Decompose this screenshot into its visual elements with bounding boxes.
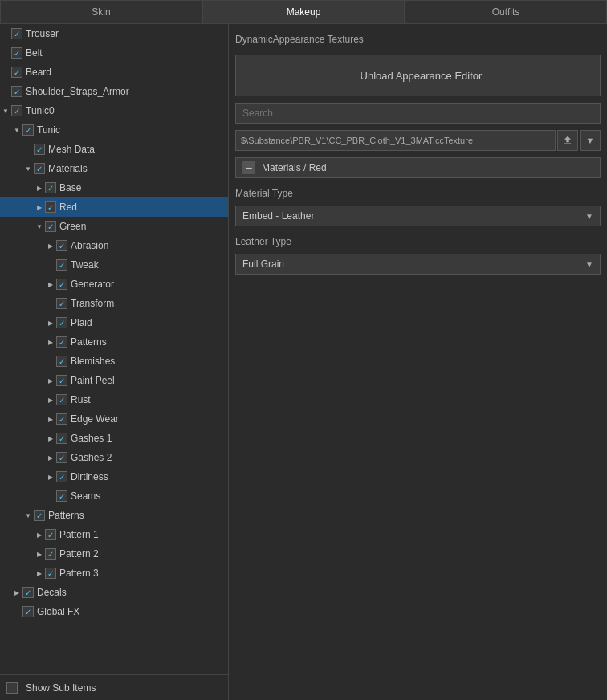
tree-arrow-tunic0[interactable] (0, 105, 11, 116)
tree-item-gashes2[interactable]: Gashes 2 (0, 448, 228, 467)
tree-checkbox-seams[interactable] (56, 490, 67, 502)
tree-arrow-gashes1[interactable] (45, 433, 56, 444)
unload-button[interactable]: Unload Appearance Editor (235, 55, 601, 96)
tree-checkbox-pattern2[interactable] (45, 548, 56, 560)
tree-checkbox-tunic0[interactable] (11, 105, 22, 116)
tree-item-beard[interactable]: Beard (0, 63, 228, 82)
tree-checkbox-green[interactable] (45, 221, 56, 232)
tree-checkbox-transform[interactable] (56, 298, 67, 309)
tree-item-green[interactable]: Green (0, 217, 228, 236)
tree-checkbox-trouser[interactable] (11, 28, 22, 39)
tree-checkbox-materials[interactable] (34, 163, 45, 174)
tab-skin[interactable]: Skin (0, 0, 202, 23)
tree-arrow-pattern2[interactable] (34, 548, 45, 560)
show-sub-items-check[interactable] (6, 682, 18, 694)
tab-outfits[interactable]: Outfits (405, 0, 607, 23)
tree-arrow-decals[interactable] (11, 587, 22, 598)
material-type-dropdown[interactable]: Embed - Leather ▼ (235, 206, 601, 226)
tree-item-paintpeel[interactable]: Paint Peel (0, 371, 228, 390)
tree-checkbox-red[interactable] (45, 201, 56, 213)
tree-arrow-generator[interactable] (45, 279, 56, 290)
tree-checkbox-patterns[interactable] (56, 336, 67, 348)
tree-arrow-materials[interactable] (22, 163, 34, 174)
tree-arrow-rust[interactable] (45, 394, 56, 405)
tree-item-blemishes[interactable]: Blemishes (0, 352, 228, 371)
tree-item-transform[interactable]: Transform (0, 294, 228, 313)
tree-arrow-edgewear[interactable] (45, 413, 56, 425)
tree-checkbox-rust[interactable] (56, 394, 67, 405)
tree-item-pattern2[interactable]: Pattern 2 (0, 544, 228, 564)
tree-arrow-pattern3[interactable] (34, 568, 45, 579)
tree-item-edgewear[interactable]: Edge Wear (0, 409, 228, 429)
tree-item-patterns2[interactable]: Patterns (0, 506, 228, 525)
tree-arrow-patterns2[interactable] (22, 510, 34, 521)
tree-item-rust[interactable]: Rust (0, 390, 228, 409)
tree-checkbox-dirtiness[interactable] (56, 471, 67, 482)
tree-checkbox-paintpeel[interactable] (56, 375, 67, 386)
tree-checkbox-patterns2[interactable] (34, 510, 45, 521)
tree-label-meshdata: Mesh Data (48, 144, 95, 155)
tree-item-tunic[interactable]: Tunic (0, 120, 228, 140)
dropdown-arrow-button[interactable]: ▼ (580, 130, 601, 151)
tree-item-base[interactable]: Base (0, 178, 228, 197)
tree-item-gashes1[interactable]: Gashes 1 (0, 429, 228, 448)
tree-item-seams[interactable]: Seams (0, 486, 228, 506)
tree-checkbox-beard[interactable] (11, 67, 22, 78)
tree-arrow-red[interactable] (34, 201, 45, 213)
tree-label-red: Red (59, 201, 77, 213)
tree-checkbox-generator[interactable] (56, 279, 67, 290)
tree-checkbox-plaid[interactable] (56, 317, 67, 328)
search-input[interactable] (235, 103, 601, 124)
tree-item-dirtiness[interactable]: Dirtiness (0, 467, 228, 486)
tree-container[interactable]: TrouserBeltBeardShoulder_Straps_ArmorTun… (0, 24, 228, 674)
tree-checkbox-belt[interactable] (11, 47, 22, 59)
tree-item-decals[interactable]: Decals (0, 583, 228, 602)
tree-arrow-green[interactable] (34, 221, 45, 232)
tree-checkbox-shoulder[interactable] (11, 86, 22, 97)
tree-arrow-tunic[interactable] (11, 124, 22, 136)
tree-item-trouser[interactable]: Trouser (0, 24, 228, 43)
tree-checkbox-meshdata[interactable] (34, 144, 45, 155)
tree-arrow-gashes2[interactable] (45, 452, 56, 463)
collapse-button[interactable]: − (242, 161, 255, 174)
tree-arrow-patterns[interactable] (45, 336, 56, 348)
tree-checkbox-tunic[interactable] (22, 124, 34, 136)
tree-checkbox-abrasion[interactable] (56, 240, 67, 251)
tree-checkbox-decals[interactable] (22, 587, 34, 598)
tree-item-red[interactable]: Red (0, 197, 228, 217)
tree-item-materials[interactable]: Materials (0, 159, 228, 178)
tree-arrow-paintpeel[interactable] (45, 375, 56, 386)
tree-checkbox-gashes1[interactable] (56, 433, 67, 444)
leather-type-dropdown[interactable]: Full Grain ▼ (235, 254, 601, 275)
tree-checkbox-pattern3[interactable] (45, 568, 56, 579)
tree-item-belt[interactable]: Belt (0, 43, 228, 63)
tree-item-generator[interactable]: Generator (0, 275, 228, 294)
tree-checkbox-base[interactable] (45, 182, 56, 193)
tree-item-shoulder[interactable]: Shoulder_Straps_Armor (0, 82, 228, 101)
tree-item-globalfx[interactable]: Global FX (0, 602, 228, 621)
tree-checkbox-tweak[interactable] (56, 259, 67, 271)
tree-checkbox-pattern1[interactable] (45, 529, 56, 540)
tree-arrow-base[interactable] (34, 182, 45, 193)
material-type-label: Material Type (235, 188, 601, 199)
tree-checkbox-blemishes[interactable] (56, 356, 67, 367)
tree-item-pattern1[interactable]: Pattern 1 (0, 525, 228, 544)
show-sub-items-checkbox[interactable]: Show Sub Items (6, 682, 96, 694)
tree-item-tunic0[interactable]: Tunic0 (0, 101, 228, 120)
tree-item-patterns[interactable]: Patterns (0, 332, 228, 352)
tab-makeup[interactable]: Makeup (202, 0, 405, 23)
tree-item-abrasion[interactable]: Abrasion (0, 236, 228, 255)
tree-checkbox-edgewear[interactable] (56, 413, 67, 425)
tree-arrow-abrasion[interactable] (45, 240, 56, 251)
tree-item-meshdata[interactable]: Mesh Data (0, 140, 228, 159)
export-icon-button[interactable] (557, 130, 578, 151)
tree-arrow-pattern1[interactable] (34, 529, 45, 540)
tree-checkbox-gashes2[interactable] (56, 452, 67, 463)
tree-arrow-plaid[interactable] (45, 317, 56, 328)
tree-checkbox-globalfx[interactable] (22, 606, 34, 617)
tree-item-tweak[interactable]: Tweak (0, 255, 228, 275)
tree-item-pattern3[interactable]: Pattern 3 (0, 564, 228, 583)
tree-item-plaid[interactable]: Plaid (0, 313, 228, 332)
tree-arrow-dirtiness[interactable] (45, 471, 56, 482)
file-path-input[interactable] (235, 130, 556, 151)
